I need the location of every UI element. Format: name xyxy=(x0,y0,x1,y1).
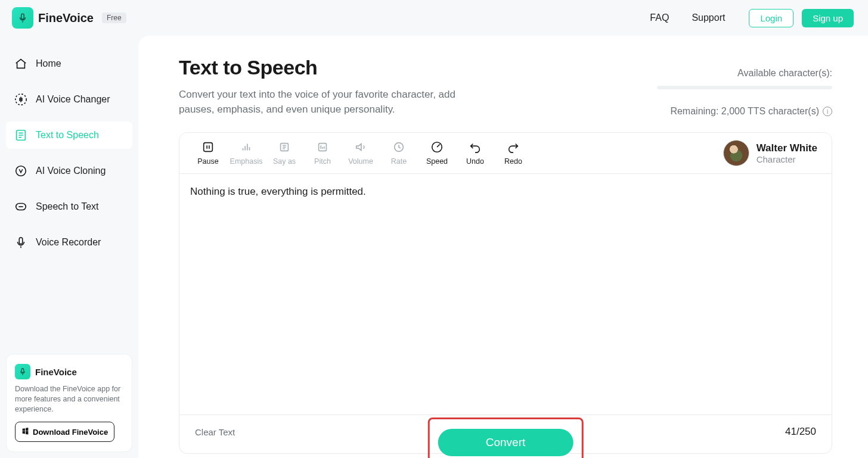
tool-redo[interactable]: Redo xyxy=(494,141,532,166)
sidebar-item-label: Speech to Text xyxy=(36,201,99,212)
sidebar-item-label: Voice Recorder xyxy=(36,237,101,248)
page-title: Text to Speech xyxy=(179,56,489,79)
speed-icon xyxy=(430,141,444,154)
info-icon[interactable]: i xyxy=(823,107,832,116)
undo-icon xyxy=(469,141,482,154)
svg-rect-6 xyxy=(21,369,24,373)
download-promo-card: FineVoice Download the FineVoice app for… xyxy=(6,354,132,452)
main-panel: Text to Speech Convert your text into th… xyxy=(138,36,868,458)
header-link-support[interactable]: Support xyxy=(692,13,725,23)
tool-pitch: Pitch xyxy=(303,141,342,166)
voice-selector[interactable]: Walter White Character xyxy=(723,140,822,166)
text-input[interactable] xyxy=(179,174,832,415)
quota-available-label: Available character(s): xyxy=(657,68,832,79)
tool-sayas: Say as xyxy=(265,141,303,166)
document-lines-icon xyxy=(14,129,27,142)
editor-card: Pause Emphasis Say as Pitch Volume xyxy=(179,132,832,454)
voice-avatar xyxy=(723,140,749,166)
windows-icon xyxy=(21,427,29,437)
clone-icon xyxy=(14,164,27,177)
emphasis-icon xyxy=(240,141,253,154)
quota-remaining-label: Remaining: 2,000 TTS character(s) xyxy=(670,106,819,117)
sidebar-item-label: AI Voice Changer xyxy=(36,94,110,105)
pause-icon xyxy=(202,141,215,154)
tool-label: Volume xyxy=(348,157,373,166)
waveform-icon xyxy=(14,93,27,106)
header-link-faq[interactable]: FAQ xyxy=(650,13,669,23)
tool-label: Rate xyxy=(391,157,407,166)
quota-progress-bar xyxy=(657,86,832,89)
sidebar: Home AI Voice Changer Text to Speech AI … xyxy=(0,36,138,458)
plan-badge: Free xyxy=(102,13,126,23)
voice-role: Character xyxy=(757,154,817,164)
download-button[interactable]: Download FineVoice xyxy=(15,422,114,442)
tool-rate: Rate xyxy=(380,141,418,166)
microphone-icon xyxy=(14,236,27,249)
tool-emphasis: Emphasis xyxy=(227,141,265,166)
tool-label: Redo xyxy=(504,157,522,166)
sidebar-item-label: AI Voice Cloning xyxy=(36,166,106,176)
brand[interactable]: FineVoice Free xyxy=(12,7,126,29)
promo-title: FineVoice xyxy=(35,367,77,377)
pitch-icon xyxy=(316,141,329,154)
svg-rect-5 xyxy=(19,238,23,244)
promo-description: Download the FineVoice app for more feat… xyxy=(15,384,123,415)
brand-name: FineVoice xyxy=(38,11,94,25)
voice-name: Walter White xyxy=(757,142,817,154)
rate-icon xyxy=(392,141,405,154)
signup-button[interactable]: Sign up xyxy=(802,9,854,27)
editor-toolbar: Pause Emphasis Say as Pitch Volume xyxy=(179,133,832,174)
page-subtitle: Convert your text into the voice of your… xyxy=(179,88,489,117)
svg-rect-7 xyxy=(204,143,213,152)
character-count: 41/250 xyxy=(785,426,816,438)
tool-label: Speed xyxy=(426,157,448,166)
tool-label: Pitch xyxy=(314,157,331,166)
sidebar-item-voice-cloning[interactable]: AI Voice Cloning xyxy=(6,157,132,185)
sidebar-item-home[interactable]: Home xyxy=(6,50,132,77)
tool-volume: Volume xyxy=(342,141,380,166)
sidebar-item-speech-to-text[interactable]: Speech to Text xyxy=(6,193,132,220)
home-icon xyxy=(14,57,27,70)
tool-label: Undo xyxy=(466,157,484,166)
sidebar-item-voice-changer[interactable]: AI Voice Changer xyxy=(6,86,132,113)
sidebar-item-text-to-speech[interactable]: Text to Speech xyxy=(6,121,132,149)
sidebar-item-voice-recorder[interactable]: Voice Recorder xyxy=(6,229,132,256)
svg-rect-0 xyxy=(21,14,24,19)
svg-point-3 xyxy=(16,166,26,176)
sidebar-item-label: Home xyxy=(36,58,61,69)
tool-label: Emphasis xyxy=(230,157,263,166)
tool-pause[interactable]: Pause xyxy=(189,141,227,166)
login-button[interactable]: Login xyxy=(749,9,793,27)
convert-highlight: Convert xyxy=(428,418,584,458)
brand-logo-icon xyxy=(15,364,30,379)
tool-speed[interactable]: Speed xyxy=(418,141,456,166)
sidebar-item-label: Text to Speech xyxy=(36,130,99,141)
editor-footer: Clear Text Convert 41/250 xyxy=(179,415,832,453)
download-button-label: Download FineVoice xyxy=(33,428,108,437)
brand-logo-icon xyxy=(12,7,33,29)
tool-label: Say as xyxy=(273,157,296,166)
header: FineVoice Free FAQ Support Login Sign up xyxy=(0,0,868,36)
transcript-icon xyxy=(14,200,27,213)
tool-undo[interactable]: Undo xyxy=(456,141,494,166)
quota-panel: Available character(s): Remaining: 2,000… xyxy=(657,56,832,117)
redo-icon xyxy=(507,141,520,154)
sayas-icon xyxy=(278,141,291,154)
volume-icon xyxy=(354,141,367,154)
convert-button[interactable]: Convert xyxy=(438,429,574,456)
tool-label: Pause xyxy=(197,157,218,166)
clear-text-button[interactable]: Clear Text xyxy=(195,427,235,437)
